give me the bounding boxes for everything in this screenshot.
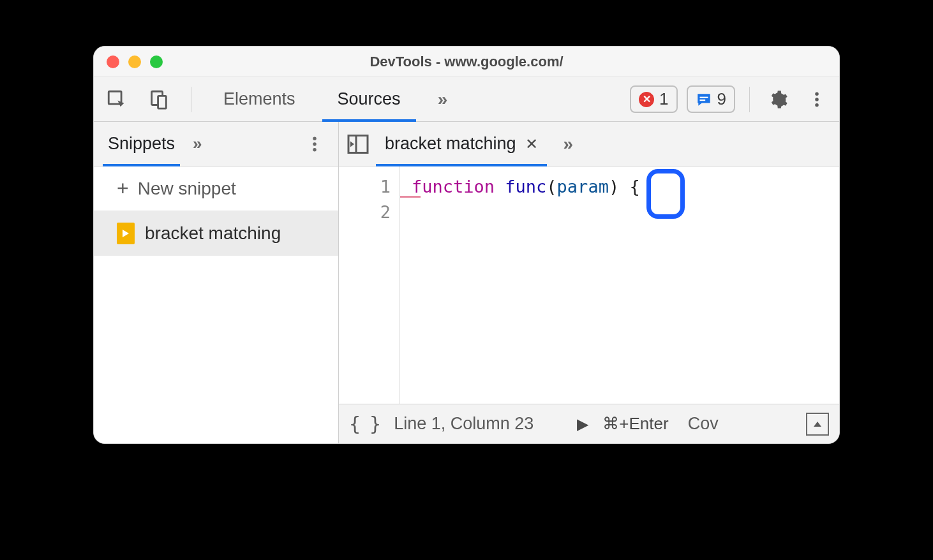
editor-panel: bracket matching ✕ » 1 2 function func(p… — [339, 122, 839, 443]
device-toggle-icon[interactable] — [144, 84, 174, 115]
svg-rect-4 — [699, 99, 705, 101]
code-content[interactable]: function func(param) { — [400, 166, 640, 404]
navigator-toggle-icon[interactable] — [347, 133, 369, 155]
more-options-icon[interactable] — [807, 90, 826, 109]
token-paren: ( — [546, 177, 556, 196]
more-navigator-tabs-icon[interactable]: » — [193, 134, 202, 154]
cursor-position: Line 1, Column 23 — [394, 414, 534, 434]
svg-point-7 — [815, 103, 819, 107]
editor-statusbar: { } Line 1, Column 23 ▶ ⌘+Enter Cov — [339, 404, 839, 443]
snippet-file-icon — [117, 223, 135, 244]
inspect-element-icon[interactable] — [101, 84, 132, 115]
navigator-panel: Snippets » + New snippet bracket matchin… — [94, 122, 339, 443]
token-paren: ) — [609, 177, 619, 196]
line-number: 2 — [339, 200, 391, 225]
more-editor-tabs-icon[interactable]: » — [553, 134, 584, 154]
run-shortcut: ⌘+Enter — [602, 414, 668, 434]
errors-count: 1 — [659, 89, 668, 109]
snippet-name: bracket matching — [145, 223, 281, 244]
code-editor[interactable]: 1 2 function func(param) { — [339, 166, 839, 404]
token-keyword: function — [412, 177, 495, 196]
new-snippet-label: New snippet — [138, 179, 236, 199]
more-tabs-icon[interactable]: » — [428, 89, 458, 110]
minimize-window-button[interactable] — [128, 55, 141, 68]
close-tab-icon[interactable]: ✕ — [525, 135, 538, 153]
devtools-window: DevTools - www.google.com/ Elements Sour… — [93, 46, 840, 444]
svg-point-5 — [815, 92, 819, 96]
tab-elements[interactable]: Elements — [208, 77, 311, 122]
svg-rect-2 — [158, 96, 167, 108]
close-window-button[interactable] — [107, 55, 119, 68]
window-controls — [107, 55, 163, 68]
error-icon: ✕ — [639, 92, 654, 107]
errors-badge[interactable]: ✕ 1 — [630, 85, 677, 113]
error-underline — [400, 196, 421, 198]
navigator-tabs: Snippets » — [94, 122, 338, 166]
bracket-highlight-annotation — [646, 169, 685, 219]
run-icon[interactable]: ▶ — [577, 415, 588, 433]
svg-point-10 — [313, 148, 317, 152]
navigator-more-icon[interactable] — [305, 135, 324, 154]
toolbar-divider — [749, 87, 750, 112]
titlebar: DevTools - www.google.com/ — [94, 47, 839, 77]
maximize-window-button[interactable] — [150, 55, 163, 68]
svg-point-6 — [815, 98, 819, 101]
tab-sources[interactable]: Sources — [322, 77, 416, 122]
messages-badge[interactable]: 9 — [687, 85, 735, 113]
line-gutter: 1 2 — [339, 166, 400, 404]
token-brace: { — [629, 177, 639, 196]
coverage-label[interactable]: Cov — [688, 414, 719, 434]
token-function-name: func — [505, 177, 546, 196]
code-line: function func(param) { — [412, 174, 640, 200]
toolbar-divider — [191, 87, 191, 112]
new-snippet-button[interactable]: + New snippet — [94, 166, 338, 211]
snippet-item[interactable]: bracket matching — [94, 211, 338, 256]
editor-file-name: bracket matching — [385, 134, 516, 154]
messages-count: 9 — [717, 89, 726, 109]
line-number: 1 — [339, 174, 391, 200]
svg-rect-3 — [699, 96, 708, 98]
token-param: param — [557, 177, 609, 196]
settings-icon[interactable] — [769, 90, 788, 109]
pretty-print-icon[interactable]: { } — [349, 413, 380, 435]
editor-tabs: bracket matching ✕ » — [339, 122, 839, 166]
svg-point-8 — [313, 136, 317, 140]
tab-snippets[interactable]: Snippets — [103, 122, 180, 166]
window-title: DevTools - www.google.com/ — [94, 54, 839, 70]
editor-file-tab[interactable]: bracket matching ✕ — [376, 122, 547, 166]
drawer-toggle-icon[interactable] — [806, 413, 829, 436]
message-icon — [696, 91, 712, 108]
split-view: Snippets » + New snippet bracket matchin… — [94, 122, 839, 443]
main-toolbar: Elements Sources » ✕ 1 9 — [94, 77, 839, 122]
svg-point-9 — [313, 142, 317, 146]
plus-icon: + — [117, 177, 129, 200]
